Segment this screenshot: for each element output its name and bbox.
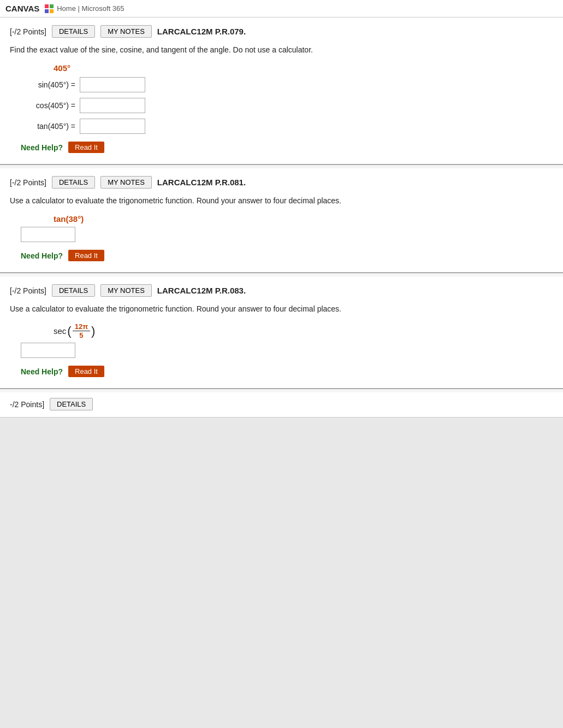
problem-3-need-help: Need Help?	[21, 367, 63, 376]
problem-3-help-row: Need Help? Read It	[21, 366, 553, 377]
open-paren: (	[67, 325, 71, 337]
tan-label: tan(405°) =	[21, 122, 75, 131]
problem-1-angle: 405°	[54, 63, 553, 73]
problem-1-help-row: Need Help? Read It	[21, 142, 553, 153]
problem-3-instruction: Use a calculator to evaluate the trigono…	[10, 303, 553, 315]
ms-icon	[45, 4, 54, 13]
sin-label: sin(405°) =	[21, 80, 75, 89]
problem-2-mynotes-btn[interactable]: MY NOTES	[100, 176, 152, 189]
frac-numerator: 12π	[73, 322, 90, 331]
svg-rect-0	[45, 4, 49, 8]
problem-2-input-row	[21, 227, 553, 242]
main-content: [-/2 Points] DETAILS MY NOTES LARCALC12M…	[0, 17, 563, 418]
problem-3-input-row	[21, 343, 553, 358]
problem-1-readit-btn[interactable]: Read It	[68, 142, 104, 153]
sin-row: sin(405°) =	[21, 77, 553, 92]
problem-2-angle: tan(38°)	[54, 214, 553, 224]
frac-denominator: 5	[77, 331, 85, 339]
top-bar: CANVAS Home | Microsoft 365	[0, 0, 563, 17]
problem-2-block: [-/2 Points] DETAILS MY NOTES LARCALC12M…	[0, 168, 563, 273]
cos-input[interactable]	[80, 98, 145, 113]
problem-2-instruction: Use a calculator to evaluate the trigono…	[10, 195, 553, 207]
problem-4-details-btn[interactable]: DETAILS	[50, 398, 93, 410]
tan-input[interactable]	[80, 119, 145, 134]
problem-4-points: -/2 Points]	[10, 400, 44, 409]
problem-1-id: LARCALC12M P.R.079.	[157, 27, 246, 36]
problem-1-mynotes-btn[interactable]: MY NOTES	[100, 25, 152, 38]
cos-label: cos(405°) =	[21, 101, 75, 110]
svg-rect-3	[50, 9, 54, 13]
problem-4-partial: -/2 Points] DETAILS	[0, 392, 563, 418]
problem-1-instruction: Find the exact value of the sine, cosine…	[10, 44, 553, 56]
problem-4-header: -/2 Points] DETAILS	[10, 398, 553, 410]
fraction: 12π 5	[73, 322, 90, 339]
canvas-logo: CANVAS	[5, 4, 39, 13]
tan-row: tan(405°) =	[21, 119, 553, 134]
problem-3-readit-btn[interactable]: Read It	[68, 366, 104, 377]
tan38-input[interactable]	[21, 227, 75, 242]
sin-input[interactable]	[80, 77, 145, 92]
sec-input[interactable]	[21, 343, 75, 358]
svg-rect-2	[45, 9, 49, 13]
problem-1-header: [-/2 Points] DETAILS MY NOTES LARCALC12M…	[10, 25, 553, 38]
problem-3-points: [-/2 Points]	[10, 286, 46, 295]
problem-1-details-btn[interactable]: DETAILS	[52, 25, 95, 38]
problem-1-need-help: Need Help?	[21, 143, 63, 152]
nav-links[interactable]: Home | Microsoft 365	[57, 4, 124, 13]
sec-text: sec	[54, 326, 66, 336]
problem-2-help-row: Need Help? Read It	[21, 250, 553, 261]
problem-2-need-help: Need Help?	[21, 251, 63, 260]
problem-2-details-btn[interactable]: DETAILS	[52, 176, 95, 189]
problem-2-id: LARCALC12M P.R.081.	[157, 178, 246, 187]
svg-rect-1	[50, 4, 54, 8]
problem-2-header: [-/2 Points] DETAILS MY NOTES LARCALC12M…	[10, 176, 553, 189]
cos-row: cos(405°) =	[21, 98, 553, 113]
problem-2-points: [-/2 Points]	[10, 178, 46, 187]
problem-2-readit-btn[interactable]: Read It	[68, 250, 104, 261]
problem-3-mynotes-btn[interactable]: MY NOTES	[100, 284, 152, 297]
problem-3-header: [-/2 Points] DETAILS MY NOTES LARCALC12M…	[10, 284, 553, 297]
problem-3-id: LARCALC12M P.R.083.	[157, 286, 246, 295]
problem-3-block: [-/2 Points] DETAILS MY NOTES LARCALC12M…	[0, 277, 563, 389]
problem-3-angle-wrap: sec ( 12π 5 )	[54, 322, 553, 339]
problem-1-block: [-/2 Points] DETAILS MY NOTES LARCALC12M…	[0, 17, 563, 165]
problem-1-points: [-/2 Points]	[10, 27, 46, 36]
close-paren: )	[91, 325, 95, 337]
problem-3-details-btn[interactable]: DETAILS	[52, 284, 95, 297]
